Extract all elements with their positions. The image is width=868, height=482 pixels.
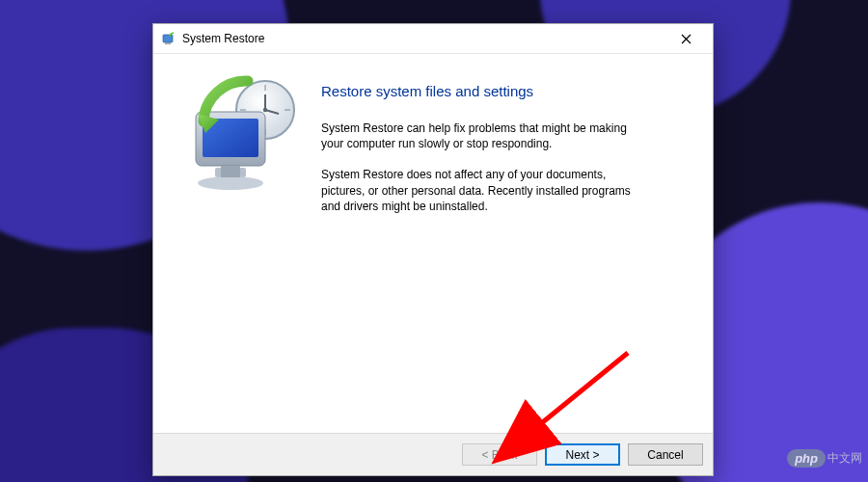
svg-rect-14: [221, 166, 240, 177]
svg-rect-0: [163, 35, 173, 42]
wizard-text: Restore system files and settings System…: [315, 67, 695, 423]
cancel-button[interactable]: Cancel: [628, 443, 703, 466]
watermark: php 中文网: [787, 449, 862, 468]
paragraph: System Restore does not affect any of yo…: [321, 167, 639, 214]
svg-point-9: [263, 108, 267, 112]
window-title: System Restore: [182, 32, 264, 45]
wizard-illustration: [171, 67, 315, 423]
close-icon: [681, 31, 692, 47]
close-button[interactable]: [665, 25, 707, 52]
svg-point-13: [198, 176, 263, 190]
dialog-content: Restore system files and settings System…: [153, 53, 713, 433]
dialog-footer: < Back Next > Cancel: [153, 433, 713, 475]
system-restore-icon: [161, 31, 176, 46]
back-button: < Back: [462, 443, 537, 466]
watermark-pill: php: [787, 449, 826, 468]
svg-rect-1: [165, 42, 171, 44]
watermark-text: 中文网: [827, 450, 862, 467]
titlebar: System Restore: [153, 24, 713, 53]
system-restore-dialog: System Restore: [152, 23, 714, 476]
page-headline: Restore system files and settings: [321, 83, 695, 99]
next-button[interactable]: Next >: [545, 443, 620, 466]
paragraph: System Restore can help fix problems tha…: [321, 120, 639, 151]
